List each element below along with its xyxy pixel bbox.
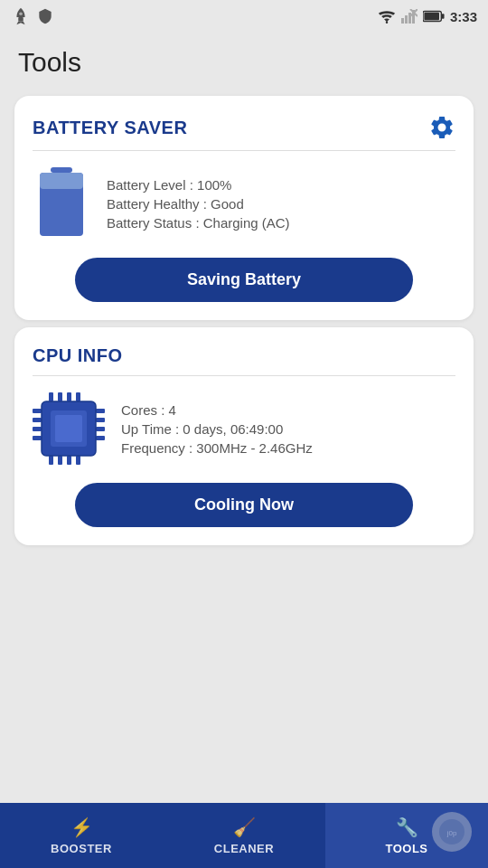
- status-bar-right: 3:33: [378, 9, 477, 24]
- tools-nav-icon: 🔧: [396, 816, 418, 838]
- bottom-nav: ⚡ BOOSTER 🧹 CLEANER 🔧 TOOLS: [0, 803, 488, 868]
- svg-rect-3: [401, 18, 404, 24]
- battery-status-icon: [423, 10, 445, 23]
- svg-text:j0p: j0p: [446, 829, 457, 837]
- wifi-icon: [378, 9, 396, 24]
- svg-rect-12: [51, 167, 72, 173]
- battery-info: Battery Level : 100% Battery Healthy : G…: [107, 177, 290, 231]
- shield-icon: [36, 7, 54, 25]
- svg-rect-19: [96, 409, 105, 413]
- status-time: 3:33: [450, 9, 477, 24]
- page-title: Tools: [0, 33, 488, 89]
- svg-rect-5: [408, 13, 411, 24]
- svg-rect-14: [40, 173, 83, 189]
- settings-icon[interactable]: [428, 114, 455, 141]
- svg-rect-24: [58, 392, 62, 401]
- svg-rect-18: [33, 436, 42, 440]
- battery-level: Battery Level : 100%: [107, 177, 290, 193]
- svg-point-2: [386, 21, 389, 24]
- svg-rect-30: [76, 456, 80, 465]
- booster-nav-label: BOOSTER: [51, 842, 112, 855]
- rocket-icon: [11, 6, 31, 26]
- battery-content: Battery Level : 100% Battery Healthy : G…: [33, 167, 455, 240]
- tools-nav-label: TOOLS: [385, 842, 427, 855]
- battery-icon: [38, 167, 85, 240]
- cpu-info-details: Cores : 4 Up Time : 0 days, 06:49:00 Fre…: [121, 402, 313, 456]
- svg-rect-28: [58, 456, 62, 465]
- svg-point-1: [19, 12, 23, 15]
- saving-battery-button[interactable]: Saving Battery: [75, 258, 413, 302]
- svg-rect-16: [33, 418, 42, 422]
- svg-rect-17: [33, 427, 42, 431]
- svg-rect-26: [76, 392, 80, 401]
- watermark: j0p: [423, 812, 481, 852]
- status-bar: 3:33: [0, 0, 488, 33]
- signal-icon: [401, 9, 418, 24]
- cpu-frequency: Frequency : 300MHz - 2.46GHz: [121, 440, 313, 456]
- cpu-info-header: CPU INFO: [33, 345, 455, 376]
- battery-saver-card: BATTERY SAVER Battery Level : 100% Batte…: [14, 96, 474, 320]
- battery-status: Battery Status : Charging (AC): [107, 215, 290, 231]
- cpu-icon: [33, 392, 105, 465]
- svg-rect-29: [67, 456, 71, 465]
- svg-rect-23: [49, 392, 53, 401]
- cpu-uptime: Up Time : 0 days, 06:49:00: [121, 421, 313, 437]
- svg-rect-25: [67, 392, 71, 401]
- svg-rect-33: [55, 415, 82, 442]
- cpu-icon-wrap: [33, 392, 105, 465]
- battery-icon-wrap: [33, 167, 90, 240]
- status-bar-left: [11, 6, 54, 26]
- nav-item-booster[interactable]: ⚡ BOOSTER: [0, 803, 163, 868]
- svg-rect-22: [96, 436, 105, 440]
- battery-saver-header: BATTERY SAVER: [33, 114, 455, 151]
- cleaner-nav-label: CLEANER: [214, 842, 274, 855]
- battery-saver-title: BATTERY SAVER: [33, 118, 187, 138]
- cpu-cores: Cores : 4: [121, 402, 313, 418]
- svg-rect-0: [18, 17, 23, 22]
- nav-item-cleaner[interactable]: 🧹 CLEANER: [163, 803, 325, 868]
- cpu-info-title: CPU INFO: [33, 345, 123, 366]
- cooling-now-button[interactable]: Cooling Now: [75, 483, 413, 527]
- svg-rect-4: [405, 15, 408, 24]
- svg-rect-11: [442, 14, 445, 19]
- cpu-info-card: CPU INFO: [14, 327, 474, 545]
- svg-rect-20: [96, 418, 105, 422]
- svg-rect-15: [33, 409, 42, 413]
- svg-rect-10: [424, 13, 439, 20]
- battery-healthy: Battery Healthy : Good: [107, 196, 290, 212]
- cpu-content: Cores : 4 Up Time : 0 days, 06:49:00 Fre…: [33, 392, 455, 465]
- cleaner-nav-icon: 🧹: [233, 816, 256, 838]
- booster-nav-icon: ⚡: [70, 816, 93, 838]
- svg-rect-21: [96, 427, 105, 431]
- svg-rect-27: [49, 456, 53, 465]
